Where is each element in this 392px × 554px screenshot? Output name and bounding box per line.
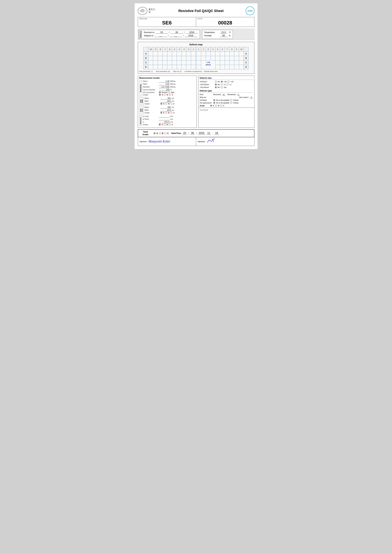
grid-col-3: 3 <box>206 47 211 51</box>
dt-inksqueeze-no-radio[interactable] <box>213 102 215 104</box>
resist-grade-b-radio[interactable] <box>164 94 166 96</box>
dt-inkbleed-row: Ink bleed No or Acceptable Critical <box>200 99 253 101</box>
sw-grade-c-radio[interactable] <box>170 103 172 105</box>
resist-maxmin-val: 2.2 / 0.62 <box>159 86 170 88</box>
resist-grade-label: Grade: <box>143 94 159 96</box>
received-label: Received on <box>144 31 154 34</box>
hv-bad-radio[interactable] <box>168 91 170 93</box>
dt-grade-b-radio[interactable] <box>215 105 217 107</box>
ds-lt10x10-group: No <1 >1 <box>215 83 231 85</box>
hv-normal-radio[interactable] <box>159 91 161 93</box>
row-label-C: C <box>144 60 148 65</box>
ds-gt10x10-label: >10×10mm² <box>200 86 214 88</box>
resist-hv-row: HV connection: Normal Bad <box>143 91 195 93</box>
cell-B-neg6 <box>167 56 172 60</box>
resist-mean-val: 1.19 <box>159 80 170 83</box>
resist-rms-row: RMS: 0.22 MΩ/sq. <box>143 83 195 85</box>
cell-B-7 <box>225 56 230 60</box>
ds-lt10x10-gt1-radio[interactable] <box>227 83 229 85</box>
sw-mean-label: Mean: <box>145 97 160 99</box>
dimension-label: Dimension <box>139 115 142 126</box>
dim-grade-c-radio[interactable] <box>169 124 171 125</box>
sw-grade-group: A B C <box>160 103 175 105</box>
sw-grade-b-radio[interactable] <box>165 103 167 105</box>
ds-gt10x10-row: >10×10mm² No Yes <box>200 86 253 88</box>
sp-mean-unit: um <box>172 106 174 108</box>
defects-type-title: Defects type <box>200 90 253 93</box>
ds-lt10x10-lt1-radio[interactable] <box>221 83 223 85</box>
dim-grade-label: Grade: <box>143 124 159 125</box>
cell-A-neg2 <box>186 51 191 56</box>
cell-A-neg5 <box>172 51 177 56</box>
sp-rms-unit: um <box>172 109 174 111</box>
humidity-row: Humidity 66 % <box>204 34 231 37</box>
sw-rms-val: 19.5 <box>160 100 171 102</box>
dt-inksqueeze-crit-radio[interactable] <box>230 102 232 104</box>
cell-D-neg10 <box>148 65 153 69</box>
ds-gt10x10-yes-radio[interactable] <box>221 86 223 88</box>
dt-inkbleed-crit-radio[interactable] <box>230 99 232 101</box>
received-month: 06 <box>170 31 183 34</box>
resistivity-group: Resistivity Mean: 1.19 MΩ/sq. RMS: 0.22 … <box>139 80 195 96</box>
tokyo-logo: 東京大学 <box>148 7 156 15</box>
cell-B-neg1 <box>191 56 196 60</box>
ds-lt5x5-no-radio[interactable] <box>215 81 217 83</box>
dt-grade-c-radio[interactable] <box>220 105 222 107</box>
shipped-label: Shipped on <box>144 35 154 37</box>
ds-gt10x10-no-radio[interactable] <box>215 86 217 88</box>
cell-A-5 <box>215 51 220 56</box>
cell-A-neg8 <box>158 51 163 56</box>
cell-B-neg5 <box>172 56 177 60</box>
page: KOBEUNIVERSITYScience 東京大学 Resistive Foi… <box>134 3 258 149</box>
cell-C-neg3 <box>182 60 186 65</box>
dt-grade-a-label: A <box>213 105 214 107</box>
grid-col-neg10: -10 <box>148 47 153 51</box>
dim-grade-b-label: B <box>167 124 168 125</box>
sp-grade-a-radio[interactable] <box>160 112 162 114</box>
resist-rms-val: 0.22 <box>159 83 170 85</box>
temp-label: Temperature <box>204 31 218 34</box>
tokyo-kanji: 東京大学 <box>148 8 156 14</box>
grid-row-C: C • inkbleed <box>144 60 249 65</box>
shipped-row: Shipped on __ / __ / 2016 <box>144 34 198 37</box>
measurement-box: Measurement results Resistivity Mean: 1.… <box>138 76 197 128</box>
total-grade-c-radio[interactable] <box>164 132 166 134</box>
comments-label: Comments <box>200 109 253 111</box>
strip-pitch-group: StripPitch Mean: 425 um RMS: 15.9 um Gra… <box>139 106 195 114</box>
sp-grade-b-radio[interactable] <box>165 112 167 114</box>
cell-C-10 <box>239 60 244 65</box>
ds-lt5x5-gt10-radio[interactable] <box>228 81 229 83</box>
dt-grade-group: A B C <box>210 105 224 107</box>
dim-grade-b-radio[interactable] <box>164 124 166 125</box>
resist-grade-a-radio[interactable] <box>159 94 161 96</box>
dt-inkbleed-no-radio[interactable] <box>213 99 215 101</box>
dim-grade-a-radio[interactable] <box>159 124 161 125</box>
dim-phishort-row: φ Short: mm <box>143 118 195 120</box>
strip-width-rows: Mean: 322 um RMS: 19.5 um Grade: A <box>145 97 195 105</box>
ds-lt5x5-lt10-radio[interactable] <box>221 81 223 83</box>
row-label-D: D <box>144 65 148 69</box>
shipped-month: __ <box>169 34 182 37</box>
dim-philong-row: φ Long: mm <box>143 115 195 118</box>
dim-eta-val: 472.3 <box>159 121 170 123</box>
dim-eta-label: η: <box>143 121 159 123</box>
defects-size-title: Defects size <box>200 77 253 80</box>
sw-grade-a-radio[interactable] <box>160 103 162 105</box>
resist-maxmin-row: Max/Min: 2.2 / 0.62 MΩ/sq. <box>143 86 195 88</box>
dt-grade-a-radio[interactable] <box>210 105 212 107</box>
sp-grade-c-radio[interactable] <box>170 112 172 114</box>
resist-grade-c-radio[interactable] <box>169 94 171 96</box>
dt-dust-remained-label: Remained: <box>228 93 236 95</box>
total-grade-b-radio[interactable] <box>159 132 161 134</box>
humidity-label: Humidity <box>204 35 218 37</box>
grid-col-neg9: -9 <box>153 47 158 51</box>
sp-grade-row: Grade: A B C <box>145 112 195 114</box>
dim-grade-a-label: A <box>162 124 163 125</box>
cell-B-neg8 <box>158 56 163 60</box>
cell-C-8 <box>230 60 234 65</box>
total-grade-a-radio[interactable] <box>154 132 155 134</box>
dt-grade-c-label: C <box>223 105 224 107</box>
sw-mean-val: 322 <box>160 97 171 99</box>
ds-lt10x10-no-radio[interactable] <box>215 83 217 85</box>
sw-rms-row: RMS: 19.5 um <box>145 100 195 102</box>
